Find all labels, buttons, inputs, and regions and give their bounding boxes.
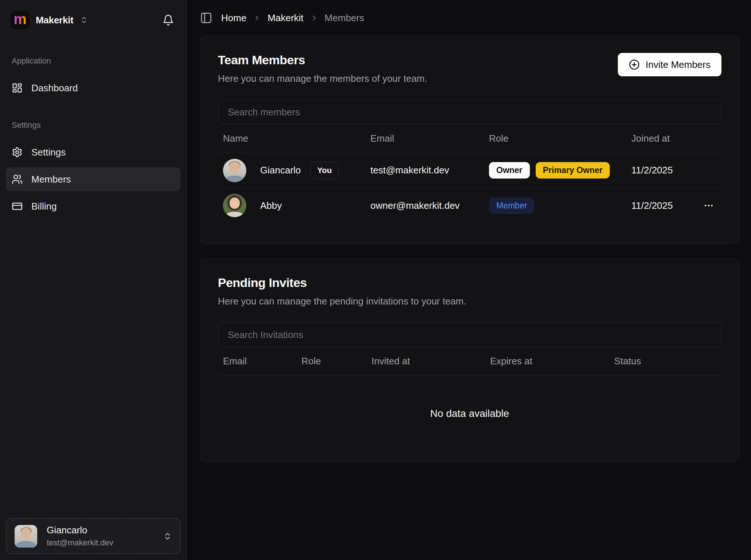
users-icon bbox=[12, 174, 23, 185]
pending-invites-heading: Pending Invites Here you can manage the … bbox=[218, 276, 466, 307]
sidebar: m Makerkit Application Dashboard bbox=[0, 0, 187, 560]
member-email: test@makerkit.dev bbox=[370, 165, 489, 176]
card-subtitle: Here you can manage the pending invitati… bbox=[218, 296, 466, 307]
breadcrumb-makerkit[interactable]: Makerkit bbox=[267, 12, 303, 24]
card-title: Pending Invites bbox=[218, 276, 466, 290]
column-header-role: Role bbox=[489, 133, 631, 144]
ellipsis-icon[interactable] bbox=[691, 200, 716, 211]
table-row: Giancarlo You test@makerkit.dev Owner Pr… bbox=[218, 153, 721, 188]
search-members-input[interactable] bbox=[218, 100, 721, 124]
table-row: Abby owner@makerkit.dev Member 11/2/2025 bbox=[218, 188, 721, 223]
breadcrumb: Home Makerkit Members bbox=[221, 12, 364, 24]
card-title: Team Members bbox=[218, 53, 427, 67]
column-header-role: Role bbox=[301, 356, 371, 367]
topbar: Home Makerkit Members bbox=[200, 0, 739, 36]
avatar bbox=[223, 194, 246, 217]
member-email: owner@makerkit.dev bbox=[370, 200, 489, 211]
team-members-header: Team Members Here you can manage the mem… bbox=[218, 53, 721, 84]
main-content: Home Makerkit Members Team Members Here … bbox=[187, 0, 751, 560]
team-members-heading: Team Members Here you can manage the mem… bbox=[218, 53, 427, 84]
nav-group-application: Application Dashboard bbox=[6, 56, 181, 100]
user-email: test@makerkit.dev bbox=[47, 538, 113, 548]
sidebar-item-members[interactable]: Members bbox=[6, 167, 181, 191]
members-table-header: Name Email Role Joined at bbox=[218, 124, 721, 153]
member-name-cell: Abby bbox=[223, 194, 370, 217]
app-root: m Makerkit Application Dashboard bbox=[0, 0, 751, 560]
sidebar-item-label: Members bbox=[31, 174, 71, 185]
workspace-name: Makerkit bbox=[36, 15, 73, 26]
section-label-application: Application bbox=[6, 56, 181, 66]
column-header-email: Email bbox=[370, 133, 489, 144]
card-subtitle: Here you can manage the members of your … bbox=[218, 73, 427, 84]
you-badge: You bbox=[310, 162, 339, 179]
role-badge-primary-owner: Primary Owner bbox=[536, 162, 610, 179]
panel-left-icon[interactable] bbox=[200, 12, 212, 24]
pending-invites-card: Pending Invites Here you can manage the … bbox=[200, 258, 739, 462]
chevrons-up-down-icon bbox=[80, 16, 88, 24]
gear-icon bbox=[12, 147, 23, 158]
invites-table-header: Email Role Invited at Expires at Status bbox=[218, 347, 721, 376]
sidebar-item-label: Dashboard bbox=[31, 83, 78, 94]
sidebar-item-label: Billing bbox=[31, 201, 57, 212]
column-header-name: Name bbox=[223, 133, 370, 144]
column-header-status: Status bbox=[614, 356, 716, 367]
dashboard-icon bbox=[12, 83, 23, 93]
role-badge-owner: Owner bbox=[489, 162, 530, 179]
breadcrumb-home[interactable]: Home bbox=[221, 12, 246, 24]
team-members-card: Team Members Here you can manage the mem… bbox=[200, 36, 739, 244]
search-invitations-input[interactable] bbox=[218, 322, 721, 347]
breadcrumb-members: Members bbox=[325, 12, 364, 24]
invite-members-button[interactable]: Invite Members bbox=[618, 53, 721, 76]
member-roles: Owner Primary Owner bbox=[489, 162, 631, 179]
logo-letter: m bbox=[14, 12, 27, 26]
sidebar-item-label: Settings bbox=[31, 147, 66, 158]
user-name: Giancarlo bbox=[47, 525, 113, 536]
member-name-cell: Giancarlo You bbox=[223, 159, 370, 182]
member-roles: Member bbox=[489, 197, 631, 214]
chevrons-up-down-icon bbox=[163, 532, 172, 541]
nav-group-settings: Settings Settings Members bbox=[6, 120, 181, 218]
chevron-right-icon bbox=[253, 14, 261, 22]
column-header-email: Email bbox=[223, 356, 301, 367]
sidebar-nav: Application Dashboard Settings Settings bbox=[6, 56, 181, 239]
workspace-selector[interactable]: m Makerkit bbox=[6, 8, 181, 32]
avatar bbox=[223, 159, 246, 182]
credit-card-icon bbox=[12, 201, 23, 212]
pending-invites-header: Pending Invites Here you can manage the … bbox=[218, 276, 721, 307]
sidebar-footer: Giancarlo test@makerkit.dev bbox=[6, 518, 181, 554]
empty-state-text: No data available bbox=[218, 376, 721, 441]
member-name: Abby bbox=[260, 200, 282, 211]
role-badge-member: Member bbox=[489, 197, 534, 214]
invite-members-label: Invite Members bbox=[646, 59, 710, 70]
member-joined-at: 11/2/2025 bbox=[631, 200, 691, 211]
member-joined-at: 11/2/2025 bbox=[631, 165, 691, 176]
column-header-joined-at: Joined at bbox=[631, 133, 691, 144]
plus-circle-icon bbox=[629, 59, 640, 70]
user-meta: Giancarlo test@makerkit.dev bbox=[47, 525, 113, 548]
makerkit-logo: m bbox=[11, 11, 29, 29]
sidebar-item-billing[interactable]: Billing bbox=[6, 194, 181, 218]
sidebar-item-dashboard[interactable]: Dashboard bbox=[6, 76, 181, 100]
column-header-expires-at: Expires at bbox=[490, 356, 614, 367]
user-avatar bbox=[15, 525, 37, 548]
bell-icon[interactable] bbox=[161, 13, 176, 27]
column-header-invited-at: Invited at bbox=[371, 356, 490, 367]
section-label-settings: Settings bbox=[6, 120, 181, 130]
chevron-right-icon bbox=[310, 14, 318, 22]
member-name: Giancarlo bbox=[260, 165, 301, 176]
user-menu[interactable]: Giancarlo test@makerkit.dev bbox=[6, 518, 181, 554]
sidebar-item-settings[interactable]: Settings bbox=[6, 140, 181, 164]
